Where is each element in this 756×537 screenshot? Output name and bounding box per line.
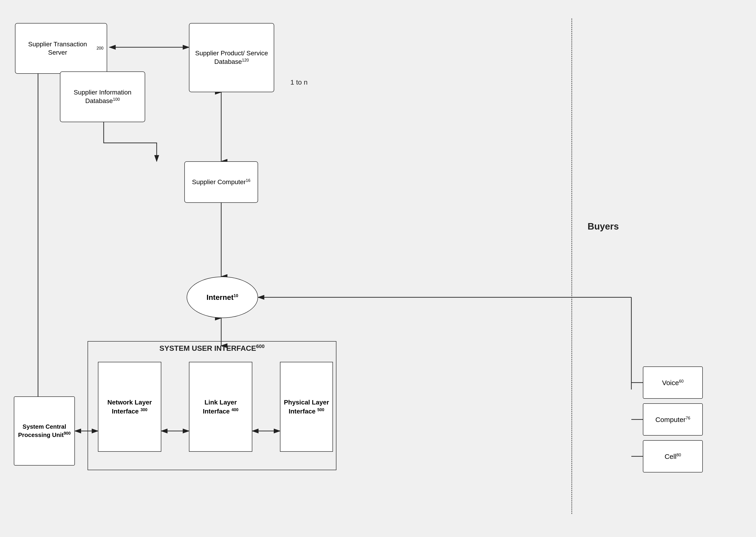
supplier-transaction-server: Supplier Transaction Server200 bbox=[15, 23, 107, 74]
divider-line bbox=[572, 19, 572, 514]
link-layer-interface: Link Layer Interface 400 bbox=[189, 362, 252, 452]
diagram-container: Supplier Product/Service Database (bidir… bbox=[0, 0, 756, 537]
computer-buyer-box: Computer76 bbox=[643, 403, 703, 435]
cell-box: Cell80 bbox=[643, 440, 703, 473]
supplier-info-database: Supplier Information Database100 bbox=[60, 71, 145, 122]
sui-label: SYSTEM USER INTERFACE600 bbox=[97, 344, 327, 352]
one-to-n-label: 1 to n bbox=[290, 78, 308, 86]
system-cpu: System Central Processing Unit900 bbox=[14, 396, 75, 466]
buyers-label: Buyers bbox=[587, 221, 619, 231]
supplier-product-database: Supplier Product/ Service Database120 bbox=[189, 23, 274, 92]
supplier-computer: Supplier Computer16 bbox=[184, 161, 258, 203]
internet-oval: Internet10 bbox=[187, 276, 258, 318]
voice-box: Voice60 bbox=[643, 366, 703, 399]
physical-layer-interface: Physical Layer Interface 500 bbox=[280, 362, 333, 452]
network-layer-interface: Network Layer Interface 300 bbox=[98, 362, 161, 452]
